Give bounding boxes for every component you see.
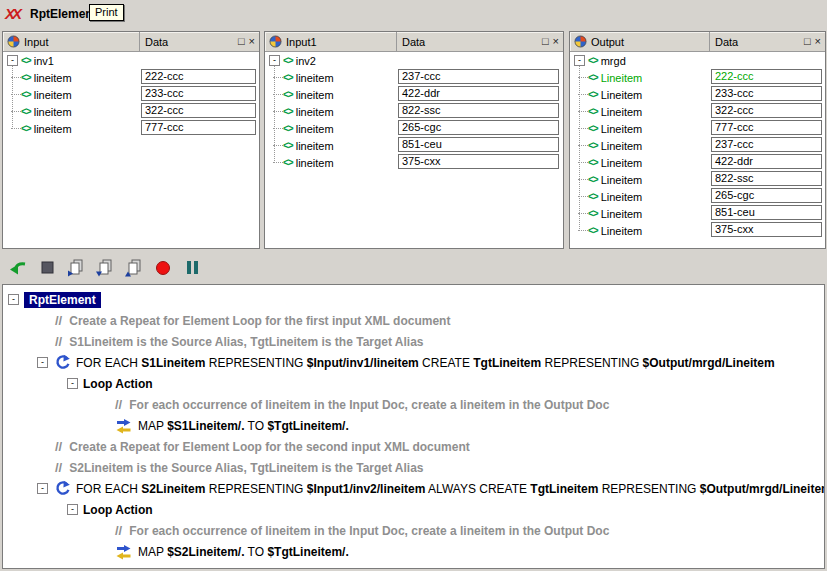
rule-row-map[interactable]: MAP $S1Lineitem/. TO $TgtLineitem/. bbox=[3, 415, 824, 436]
rule-row-comment[interactable]: //S1Lineitem is the Source Alias, TgtLin… bbox=[3, 331, 824, 352]
rule-row-foreach[interactable]: - FOR EACH S2Lineitem REPRESENTING $Inpu… bbox=[3, 478, 824, 499]
xml-element-icon: <> bbox=[283, 72, 293, 83]
float-panel-icon[interactable]: □ bbox=[804, 36, 811, 47]
xml-element-icon: <> bbox=[21, 89, 31, 100]
data-column: 237-ccc422-ddr822-ssc265-cgc851-ceu375-c… bbox=[398, 69, 559, 171]
rule-row-comment[interactable]: //Create a Repeat for Element Loop for t… bbox=[3, 310, 824, 331]
data-cell[interactable]: 265-cgc bbox=[711, 188, 822, 203]
tree-node-label: Lineitem bbox=[601, 140, 643, 152]
xml-element-icon: <> bbox=[21, 123, 31, 134]
step-out-icon[interactable] bbox=[123, 256, 145, 278]
tree-connector bbox=[12, 66, 13, 129]
tree-node-label: Lineitem bbox=[601, 89, 643, 101]
xml-element-icon: <> bbox=[283, 55, 293, 66]
data-cell[interactable]: 777-ccc bbox=[141, 120, 256, 135]
data-cell[interactable]: 222-ccc bbox=[711, 69, 822, 84]
data-cell[interactable]: 851-ceu bbox=[398, 137, 559, 152]
rule-row-loopaction[interactable]: -Loop Action bbox=[3, 499, 824, 520]
xml-element-icon: <> bbox=[588, 225, 598, 236]
data-column: 222-ccc233-ccc322-ccc777-ccc237-ccc422-d… bbox=[711, 69, 822, 239]
tree-row[interactable]: -<>mrgd bbox=[570, 52, 825, 69]
pause-icon[interactable] bbox=[181, 256, 203, 278]
data-cell[interactable]: 237-ccc bbox=[398, 69, 559, 84]
xml-element-icon: <> bbox=[21, 55, 31, 66]
tree-node-label: lineitem bbox=[296, 106, 334, 118]
tree-node-label: inv1 bbox=[34, 55, 54, 67]
xml-element-icon: <> bbox=[588, 191, 598, 202]
data-column: 222-ccc233-ccc322-ccc777-ccc bbox=[141, 69, 256, 137]
data-cell[interactable]: 237-ccc bbox=[711, 137, 822, 152]
close-panel-icon[interactable]: × bbox=[553, 36, 559, 47]
step-into-icon[interactable] bbox=[94, 256, 116, 278]
rule-row-foreach[interactable]: - FOR EACH S1Lineitem REPRESENTING $Inpu… bbox=[3, 352, 824, 373]
rule-row-comment[interactable]: //For each occurrence of lineitem in the… bbox=[3, 520, 824, 541]
rule-text: MAP $S2Lineitem/. TO $TgtLineitem/. bbox=[138, 545, 349, 559]
rule-text: Loop Action bbox=[83, 377, 153, 391]
execute-icon[interactable] bbox=[7, 256, 29, 278]
rule-row-loopaction[interactable]: -Loop Action bbox=[3, 373, 824, 394]
panel-title: Input bbox=[24, 36, 48, 48]
rule-row-comment[interactable]: //Create a Repeat for Element Loop for t… bbox=[3, 436, 824, 457]
comment-icon: // bbox=[55, 460, 62, 475]
data-cell[interactable]: 822-ssc bbox=[398, 103, 559, 118]
data-cell[interactable]: 322-ccc bbox=[141, 103, 256, 118]
data-cell[interactable]: 375-cxx bbox=[711, 222, 822, 237]
step-over-icon[interactable] bbox=[65, 256, 87, 278]
xml-element-icon: <> bbox=[588, 89, 598, 100]
tree-node-label: Lineitem bbox=[601, 157, 643, 169]
tree-node-label: lineitem bbox=[296, 123, 334, 135]
expander-icon[interactable]: - bbox=[67, 504, 78, 515]
data-cell[interactable]: 822-ssc bbox=[711, 171, 822, 186]
expander-icon[interactable]: - bbox=[37, 357, 48, 368]
expander-icon[interactable]: - bbox=[269, 55, 280, 66]
loop-icon bbox=[53, 354, 70, 371]
panel-buttons: □ × bbox=[804, 32, 821, 51]
data-cell[interactable]: 322-ccc bbox=[711, 103, 822, 118]
record-icon[interactable] bbox=[152, 256, 174, 278]
data-cell[interactable]: 851-ceu bbox=[711, 205, 822, 220]
loop-icon bbox=[53, 480, 70, 497]
expander-icon[interactable]: - bbox=[37, 483, 48, 494]
panel-header: Input Data □ × bbox=[3, 32, 259, 52]
rules-tree: -RptElement//Create a Repeat for Element… bbox=[3, 289, 824, 562]
rule-row-comment[interactable]: //For each occurrence of lineitem in the… bbox=[3, 394, 824, 415]
panel-title: Input1 bbox=[286, 36, 317, 48]
data-cell[interactable]: 375-cxx bbox=[398, 154, 559, 169]
xml-element-icon: <> bbox=[283, 123, 293, 134]
tree-node-label: inv2 bbox=[296, 55, 316, 67]
data-cell[interactable]: 233-ccc bbox=[711, 86, 822, 101]
data-cell[interactable]: 777-ccc bbox=[711, 120, 822, 135]
data-cell[interactable]: 422-ddr bbox=[711, 154, 822, 169]
expander-icon[interactable]: - bbox=[7, 55, 18, 66]
stop-icon[interactable] bbox=[36, 256, 58, 278]
rule-row-comment[interactable]: //S2Lineitem is the Source Alias, TgtLin… bbox=[3, 457, 824, 478]
xml-element-icon: <> bbox=[588, 174, 598, 185]
close-panel-icon[interactable]: × bbox=[815, 36, 821, 47]
expander-icon[interactable]: - bbox=[574, 55, 585, 66]
xml-element-icon: <> bbox=[588, 208, 598, 219]
float-panel-icon[interactable]: □ bbox=[542, 36, 549, 47]
rule-text: Create a Repeat for Element Loop for the… bbox=[69, 440, 470, 454]
panel-header: Input1 Data □ × bbox=[265, 32, 563, 52]
expander-icon[interactable]: - bbox=[67, 378, 78, 389]
tree-connector bbox=[579, 66, 580, 231]
comment-icon: // bbox=[115, 523, 122, 538]
data-cell[interactable]: 422-ddr bbox=[398, 86, 559, 101]
float-panel-icon[interactable]: □ bbox=[238, 36, 245, 47]
expander-icon[interactable]: - bbox=[8, 294, 19, 305]
tree-row[interactable]: -<>inv1 bbox=[3, 52, 259, 69]
xml-element-icon: <> bbox=[21, 106, 31, 117]
rule-row-root[interactable]: -RptElement bbox=[3, 289, 824, 310]
data-cell[interactable]: 222-ccc bbox=[141, 69, 256, 84]
rule-row-map[interactable]: MAP $S2Lineitem/. TO $TgtLineitem/. bbox=[3, 541, 824, 562]
map-icon bbox=[115, 417, 132, 434]
panel-input1: Input1 Data □ × -<>inv2<>lineitem<>linei… bbox=[264, 31, 564, 249]
data-cell[interactable]: 233-ccc bbox=[141, 86, 256, 101]
close-panel-icon[interactable]: × bbox=[249, 36, 255, 47]
tree-row[interactable]: -<>inv2 bbox=[265, 52, 563, 69]
business-rules-panel: -RptElement//Create a Repeat for Element… bbox=[2, 284, 825, 569]
data-cell[interactable]: 265-cgc bbox=[398, 120, 559, 135]
panel-output: Output Data □ × -<>mrgd<>Lineitem<>Linei… bbox=[569, 31, 826, 249]
xml-element-icon: <> bbox=[21, 72, 31, 83]
panel-input: Input Data □ × -<>inv1<>lineitem<>lineit… bbox=[2, 31, 260, 249]
